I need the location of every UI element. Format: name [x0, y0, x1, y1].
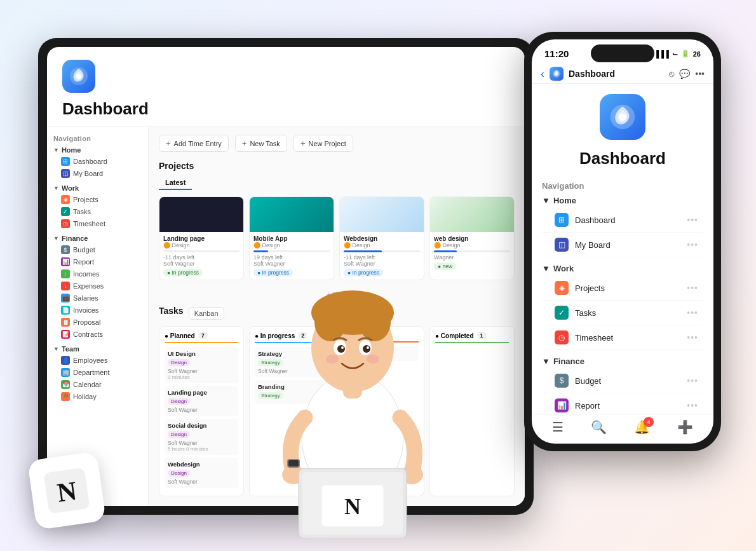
phone-nav-section-finance-header[interactable]: ▼ Finance [542, 357, 703, 366]
phone-report-label: Report [575, 401, 687, 411]
phone-nav-section-home-header[interactable]: ▼ Home [542, 196, 703, 205]
work-arrow-icon: ▼ [53, 185, 59, 191]
phone-nav-item-projects[interactable]: ◈ Projects ••• [542, 276, 703, 301]
nav-item-salaries[interactable]: 💼 Salaries [53, 292, 142, 304]
new-task-button[interactable]: + New Task [235, 135, 287, 152]
nav-section-home: ▼ Home ⊞ Dashboard ◫ My Board [53, 146, 142, 179]
svg-point-19 [367, 355, 379, 364]
nav-item-invoices[interactable]: 📄 Invoices [53, 304, 142, 316]
nav-section-work-header[interactable]: ▼ Work [53, 184, 142, 192]
phone-projects-icon: ◈ [555, 281, 569, 295]
phone-dashboard-dots[interactable]: ••• [687, 215, 698, 225]
phone-timesheet-dots[interactable]: ••• [687, 332, 698, 343]
phone-report-dots[interactable]: ••• [687, 400, 698, 411]
nav-section-team-label: Team [62, 345, 79, 353]
tasks-section-title: Tasks [159, 306, 184, 316]
nav-item-department[interactable]: 🏢 Department [53, 367, 142, 378]
nav-item-myboard[interactable]: ◫ My Board [53, 168, 142, 179]
phone-nav-item-report[interactable]: 📊 Report ••• [542, 393, 703, 414]
tab-latest[interactable]: Latest [159, 176, 192, 190]
phone-budget-label: Budget [575, 376, 687, 386]
nav-item-timesheet[interactable]: ◷ Timesheet [53, 218, 142, 229]
kanban-header-planned: ● Planned 7 [165, 332, 238, 343]
back-button[interactable]: ‹ [541, 67, 544, 81]
battery-icon: 🔋 [681, 50, 690, 58]
nav-item-budget[interactable]: $ Budget [53, 244, 142, 255]
project-sub-landing: 🟠 Design [163, 242, 240, 248]
phone-timesheet-icon: ◷ [555, 330, 569, 344]
battery-percent: 26 [693, 50, 701, 58]
more-icon[interactable]: ••• [695, 69, 705, 79]
nav-item-incomes[interactable]: ↑ Incomes [53, 268, 142, 280]
task-card-webdesign-task[interactable]: Webdesign Design Soft Wagner [165, 458, 238, 488]
svg-point-11 [359, 303, 391, 341]
nav-item-expenses[interactable]: ↓ Expenses [53, 280, 142, 292]
nav-item-employees[interactable]: 👤 Employees [53, 355, 142, 366]
budget-nav-icon: $ [61, 245, 70, 254]
phone-projects-dots[interactable]: ••• [687, 283, 698, 293]
completed-count: 1 [477, 332, 487, 339]
nav-item-budget-label: Budget [73, 246, 95, 254]
svg-point-3 [555, 72, 558, 75]
phone-report-icon: 📊 [555, 398, 569, 412]
share-icon[interactable]: ⎋ [669, 69, 674, 79]
nav-item-incomes-label: Incomes [73, 270, 100, 278]
character-illustration: N [241, 221, 464, 538]
svg-point-15 [363, 345, 370, 353]
nav-section-work: ▼ Work ◈ Projects ✓ Tasks ◷ Timesheet [53, 184, 142, 229]
task-name-uidesign: UI Design [168, 350, 235, 357]
team-arrow-icon: ▼ [53, 346, 59, 352]
dashboard-nav-icon: ⊞ [61, 157, 70, 166]
phone-nav-section-work: ▼ Work ◈ Projects ••• ✓ Tasks ••• ◷ Time… [542, 264, 703, 350]
salaries-nav-icon: 💼 [61, 294, 70, 303]
nav-item-holiday[interactable]: 🌴 Holiday [53, 391, 142, 402]
phone-tasks-dots[interactable]: ••• [687, 308, 698, 318]
nav-item-proposal[interactable]: 📋 Proposal [53, 316, 142, 328]
nav-item-calendar[interactable]: 📅 Calendar [53, 379, 142, 390]
bottom-menu-icon[interactable]: ☰ [552, 419, 564, 435]
phone-nav-item-tasks[interactable]: ✓ Tasks ••• [542, 301, 703, 325]
new-project-button[interactable]: + New Project [294, 135, 353, 152]
svg-point-1 [76, 74, 81, 79]
phone-nav-item-budget[interactable]: $ Budget ••• [542, 369, 703, 393]
myboard-nav-icon: ◫ [61, 169, 70, 178]
svg-text:N: N [344, 494, 361, 519]
bottom-add-icon[interactable]: ➕ [677, 419, 693, 435]
phone-nav-item-timesheet[interactable]: ◷ Timesheet ••• [542, 325, 703, 350]
phone-myboard-dots[interactable]: ••• [687, 240, 698, 250]
nav-item-tasks[interactable]: ✓ Tasks [53, 206, 142, 217]
nav-item-projects[interactable]: ◈ Projects [53, 194, 142, 205]
task-card-landingpage[interactable]: Landing page Design Soft Wagner [165, 386, 238, 416]
bottom-search-icon[interactable]: 🔍 [591, 419, 607, 435]
phone-nav-item-myboard[interactable]: ◫ My Board ••• [542, 233, 703, 257]
task-card-socialdesign[interactable]: Social design Design Soft Wagner 5 hours… [165, 419, 238, 455]
notion-logo: N [27, 451, 106, 530]
task-assignee-socialdesign: Soft Wagner [168, 440, 235, 446]
nav-section-team-header[interactable]: ▼ Team [53, 345, 142, 353]
task-assignee-landingpage: Soft Wagner [168, 407, 235, 413]
svg-point-10 [314, 303, 346, 341]
phone-nav-item-dashboard[interactable]: ⊞ Dashboard ••• [542, 208, 703, 233]
nav-section-home-header[interactable]: ▼ Home [53, 146, 142, 154]
add-time-entry-button[interactable]: + Add Time Entry [159, 135, 229, 152]
incomes-nav-icon: ↑ [61, 269, 70, 278]
notification-badge: 4 [644, 417, 654, 427]
task-tag-landingpage: Design [168, 398, 190, 405]
nav-item-report[interactable]: 📊 Report [53, 256, 142, 268]
nav-item-contracts[interactable]: 📝 Contracts [53, 329, 142, 340]
task-card-uidesign[interactable]: UI Design Design Soft Wagner 0 minutes [165, 347, 238, 383]
bottom-bell-icon[interactable]: 🔔 4 [634, 419, 650, 435]
nav-item-dashboard[interactable]: ⊞ Dashboard [53, 156, 142, 167]
phone-nav-section-home: ▼ Home ⊞ Dashboard ••• ◫ My Board ••• [542, 196, 703, 257]
nav-item-projects-label: Projects [73, 196, 98, 203]
phone-work-label: Work [553, 264, 574, 273]
planned-label: ● Planned [165, 332, 195, 339]
kanban-view-button[interactable]: Kanban [189, 307, 224, 320]
nav-section-finance-header[interactable]: ▼ Finance [53, 235, 142, 242]
phone-nav-section-work-header[interactable]: ▼ Work [542, 264, 703, 273]
phone-nav-section-finance: ▼ Finance $ Budget ••• 📊 Report ••• [542, 357, 703, 414]
project-card-landing[interactable]: Landing page 🟠 Design -11 days leftSoft … [159, 196, 244, 280]
comment-icon[interactable]: 💬 [679, 69, 690, 79]
phone-budget-dots[interactable]: ••• [687, 376, 698, 386]
task-assignee-uidesign: Soft Wagner [168, 368, 235, 374]
